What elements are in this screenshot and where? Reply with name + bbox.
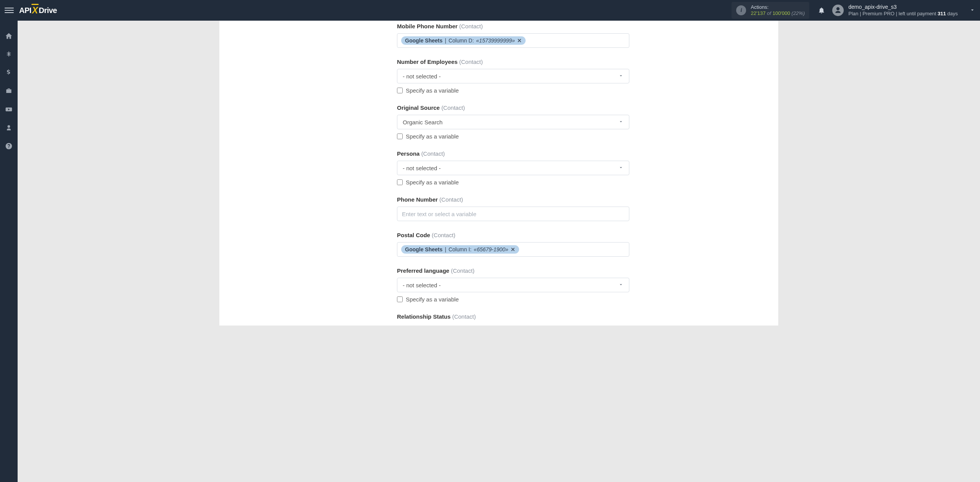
- field-hint: (Contact): [459, 59, 483, 65]
- field-phone: Phone Number (Contact): [397, 196, 629, 221]
- phone-number-field[interactable]: [397, 207, 629, 221]
- specify-variable-checkbox[interactable]: [397, 134, 403, 139]
- logo[interactable]: API X Drive: [19, 5, 57, 16]
- bell-icon[interactable]: [818, 7, 825, 14]
- field-language: Preferred language (Contact) - not selec…: [397, 267, 629, 303]
- topbar: API X Drive i Actions: 22'137 of 100'000…: [0, 0, 980, 21]
- specify-variable-checkbox[interactable]: [397, 296, 403, 302]
- specify-variable-label[interactable]: Specify as a variable: [406, 296, 459, 303]
- field-hint: (Contact): [451, 267, 475, 274]
- field-original-source: Original Source (Contact) Organic Search…: [397, 104, 629, 140]
- chevron-down-icon[interactable]: [969, 7, 975, 14]
- sitemap-icon[interactable]: [5, 50, 13, 58]
- field-label: Mobile Phone Number: [397, 23, 457, 29]
- employees-select[interactable]: - not selected -: [397, 69, 629, 83]
- actions-used: 22'137: [751, 10, 766, 16]
- chevron-down-icon: [618, 73, 624, 80]
- specify-variable-checkbox[interactable]: [397, 179, 403, 185]
- specify-variable-label[interactable]: Specify as a variable: [406, 179, 459, 186]
- logo-x: X: [32, 5, 38, 16]
- original-source-select[interactable]: Organic Search: [397, 115, 629, 129]
- youtube-icon[interactable]: [5, 106, 13, 113]
- specify-variable-checkbox[interactable]: [397, 88, 403, 93]
- select-value: - not selected -: [403, 165, 441, 171]
- hamburger-menu[interactable]: [5, 6, 14, 15]
- briefcase-icon[interactable]: [5, 87, 13, 95]
- language-select[interactable]: - not selected -: [397, 278, 629, 292]
- select-value: - not selected -: [403, 282, 441, 288]
- actions-pct: (22%): [792, 10, 805, 16]
- field-label: Original Source: [397, 104, 440, 111]
- field-hint: (Contact): [452, 313, 476, 320]
- logo-text-api: API: [19, 6, 31, 15]
- dollar-icon[interactable]: [5, 69, 13, 77]
- field-label: Preferred language: [397, 267, 449, 274]
- persona-select[interactable]: - not selected -: [397, 161, 629, 175]
- select-value: - not selected -: [403, 73, 441, 80]
- field-hint: (Contact): [421, 150, 445, 157]
- logo-text-drive: Drive: [39, 6, 57, 15]
- postal-code-input[interactable]: Google Sheets | Column I: «65679-1900» ✕: [397, 242, 629, 257]
- variable-chip: Google Sheets | Column D: «15739999999» …: [401, 36, 526, 45]
- actions-label: Actions:: [751, 4, 805, 10]
- specify-variable-label[interactable]: Specify as a variable: [406, 133, 459, 140]
- left-sidebar: [0, 21, 18, 482]
- field-hint: (Contact): [439, 196, 463, 203]
- field-persona: Persona (Contact) - not selected - Speci…: [397, 150, 629, 186]
- user-icon[interactable]: [5, 124, 13, 132]
- form-card: Mobile Phone Number (Contact) Google She…: [219, 21, 778, 326]
- field-label: Phone Number: [397, 196, 438, 203]
- user-name: demo_apix-drive_s3: [848, 4, 958, 11]
- field-label: Postal Code: [397, 232, 430, 238]
- field-label: Number of Employees: [397, 59, 457, 65]
- page: Mobile Phone Number (Contact) Google She…: [18, 21, 980, 482]
- user-plan: Plan | Premium PRO | left until payment …: [848, 11, 958, 17]
- actions-of: of: [767, 10, 771, 16]
- home-icon[interactable]: [5, 32, 13, 40]
- variable-chip: Google Sheets | Column I: «65679-1900» ✕: [401, 245, 519, 254]
- field-postal: Postal Code (Contact) Google Sheets | Co…: [397, 232, 629, 257]
- field-label: Relationship Status: [397, 313, 451, 320]
- remove-chip-icon[interactable]: ✕: [517, 37, 522, 44]
- specify-variable-label[interactable]: Specify as a variable: [406, 87, 459, 94]
- info-icon: i: [736, 5, 746, 15]
- chevron-down-icon: [618, 282, 624, 288]
- field-employees: Number of Employees (Contact) - not sele…: [397, 59, 629, 94]
- field-hint: (Contact): [459, 23, 483, 29]
- phone-number-input[interactable]: [397, 207, 629, 221]
- field-relationship: Relationship Status (Contact): [397, 313, 629, 322]
- field-mobile-phone: Mobile Phone Number (Contact) Google She…: [397, 23, 629, 48]
- user-block[interactable]: demo_apix-drive_s3 Plan | Premium PRO | …: [848, 4, 958, 17]
- actions-total: 100'000: [773, 10, 790, 16]
- chevron-down-icon: [618, 165, 624, 171]
- field-hint: (Contact): [432, 232, 456, 238]
- remove-chip-icon[interactable]: ✕: [511, 246, 515, 252]
- mobile-phone-input[interactable]: Google Sheets | Column D: «15739999999» …: [397, 33, 629, 48]
- field-label: Persona: [397, 150, 420, 157]
- select-value: Organic Search: [403, 119, 443, 125]
- avatar[interactable]: [832, 5, 844, 16]
- chevron-down-icon: [618, 119, 624, 125]
- help-icon[interactable]: [5, 142, 13, 150]
- actions-counter[interactable]: i Actions: 22'137 of 100'000 (22%): [732, 2, 809, 18]
- field-hint: (Contact): [441, 104, 465, 111]
